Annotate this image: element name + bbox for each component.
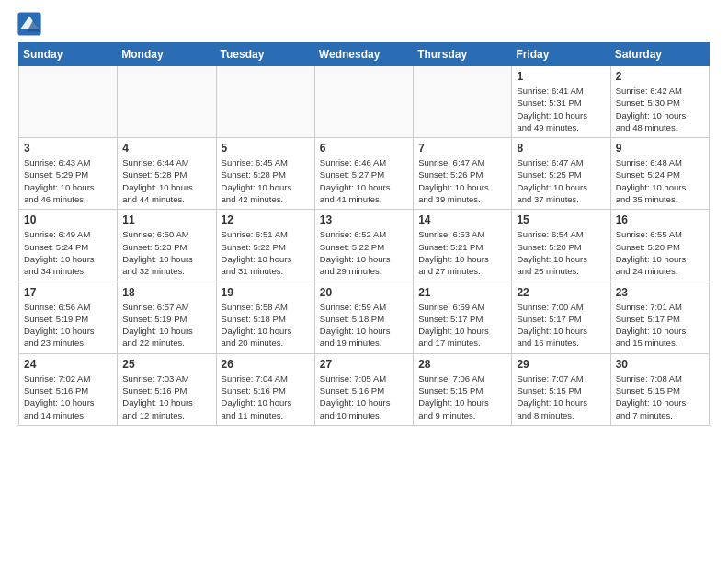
- calendar-cell: 20Sunrise: 6:59 AM Sunset: 5:18 PM Dayli…: [314, 282, 413, 353]
- calendar-cell: 16Sunrise: 6:55 AM Sunset: 5:20 PM Dayli…: [610, 210, 709, 282]
- calendar-cell: 27Sunrise: 7:05 AM Sunset: 5:16 PM Dayli…: [314, 353, 413, 425]
- day-number: 30: [616, 358, 704, 371]
- calendar-cell: [314, 66, 413, 138]
- weekday-wednesday: Wednesday: [314, 43, 413, 66]
- calendar-cell: 12Sunrise: 6:51 AM Sunset: 5:22 PM Dayli…: [216, 210, 314, 282]
- calendar-cell: 17Sunrise: 6:56 AM Sunset: 5:19 PM Dayli…: [19, 282, 118, 353]
- day-number: 14: [418, 213, 506, 226]
- day-number: 23: [616, 286, 704, 299]
- day-info: Sunrise: 6:45 AM Sunset: 5:28 PM Dayligh…: [222, 156, 310, 205]
- day-number: 11: [122, 213, 210, 226]
- day-number: 20: [320, 286, 408, 299]
- week-row-0: 1Sunrise: 6:41 AM Sunset: 5:31 PM Daylig…: [19, 66, 710, 138]
- calendar-cell: [414, 66, 512, 138]
- calendar-cell: 14Sunrise: 6:53 AM Sunset: 5:21 PM Dayli…: [414, 210, 512, 282]
- calendar-cell: 21Sunrise: 6:59 AM Sunset: 5:17 PM Dayli…: [414, 282, 512, 353]
- day-number: 1: [517, 70, 605, 83]
- calendar-cell: 6Sunrise: 6:46 AM Sunset: 5:27 PM Daylig…: [314, 138, 413, 210]
- day-info: Sunrise: 7:07 AM Sunset: 5:15 PM Dayligh…: [517, 373, 605, 421]
- day-number: 5: [222, 142, 310, 155]
- logo-icon: [17, 11, 42, 37]
- calendar-cell: 2Sunrise: 6:42 AM Sunset: 5:30 PM Daylig…: [610, 66, 709, 138]
- day-number: 24: [24, 358, 112, 371]
- day-number: 10: [24, 213, 112, 226]
- day-number: 13: [320, 213, 408, 226]
- day-info: Sunrise: 6:48 AM Sunset: 5:24 PM Dayligh…: [616, 156, 704, 205]
- day-info: Sunrise: 6:58 AM Sunset: 5:18 PM Dayligh…: [222, 301, 310, 350]
- day-number: 3: [24, 142, 112, 155]
- day-info: Sunrise: 6:44 AM Sunset: 5:28 PM Dayligh…: [122, 156, 210, 205]
- week-row-3: 17Sunrise: 6:56 AM Sunset: 5:19 PM Dayli…: [19, 282, 710, 353]
- weekday-header-row: SundayMondayTuesdayWednesdayThursdayFrid…: [19, 43, 710, 66]
- day-number: 6: [320, 142, 408, 155]
- calendar-cell: 19Sunrise: 6:58 AM Sunset: 5:18 PM Dayli…: [216, 282, 314, 353]
- day-number: 28: [418, 358, 506, 371]
- calendar-cell: 10Sunrise: 6:49 AM Sunset: 5:24 PM Dayli…: [19, 210, 118, 282]
- day-info: Sunrise: 7:06 AM Sunset: 5:15 PM Dayligh…: [418, 373, 506, 421]
- logo: [17, 11, 46, 37]
- day-number: 27: [320, 358, 408, 371]
- day-number: 2: [616, 70, 704, 83]
- calendar-cell: 3Sunrise: 6:43 AM Sunset: 5:29 PM Daylig…: [19, 138, 118, 210]
- calendar-cell: 8Sunrise: 6:47 AM Sunset: 5:25 PM Daylig…: [512, 138, 610, 210]
- calendar-cell: 7Sunrise: 6:47 AM Sunset: 5:26 PM Daylig…: [414, 138, 512, 210]
- day-info: Sunrise: 7:08 AM Sunset: 5:15 PM Dayligh…: [616, 373, 704, 421]
- calendar-cell: 24Sunrise: 7:02 AM Sunset: 5:16 PM Dayli…: [19, 353, 118, 425]
- day-info: Sunrise: 6:47 AM Sunset: 5:25 PM Dayligh…: [517, 156, 605, 205]
- day-info: Sunrise: 7:03 AM Sunset: 5:16 PM Dayligh…: [122, 373, 210, 421]
- week-row-1: 3Sunrise: 6:43 AM Sunset: 5:29 PM Daylig…: [19, 138, 710, 210]
- day-number: 21: [418, 286, 506, 299]
- week-row-2: 10Sunrise: 6:49 AM Sunset: 5:24 PM Dayli…: [19, 210, 710, 282]
- calendar-cell: 28Sunrise: 7:06 AM Sunset: 5:15 PM Dayli…: [414, 353, 512, 425]
- weekday-thursday: Thursday: [414, 43, 512, 66]
- day-number: 25: [122, 358, 210, 371]
- day-number: 12: [222, 213, 310, 226]
- calendar-cell: 11Sunrise: 6:50 AM Sunset: 5:23 PM Dayli…: [118, 210, 216, 282]
- weekday-tuesday: Tuesday: [216, 43, 314, 66]
- day-info: Sunrise: 6:51 AM Sunset: 5:22 PM Dayligh…: [222, 228, 310, 277]
- calendar-cell: 25Sunrise: 7:03 AM Sunset: 5:16 PM Dayli…: [118, 353, 216, 425]
- day-number: 15: [517, 213, 605, 226]
- day-info: Sunrise: 6:52 AM Sunset: 5:22 PM Dayligh…: [320, 228, 408, 277]
- calendar-cell: 1Sunrise: 6:41 AM Sunset: 5:31 PM Daylig…: [512, 66, 610, 138]
- day-number: 18: [122, 286, 210, 299]
- day-info: Sunrise: 6:54 AM Sunset: 5:20 PM Dayligh…: [517, 228, 605, 277]
- calendar-cell: 9Sunrise: 6:48 AM Sunset: 5:24 PM Daylig…: [610, 138, 709, 210]
- calendar-cell: 29Sunrise: 7:07 AM Sunset: 5:15 PM Dayli…: [512, 353, 610, 425]
- calendar-cell: 5Sunrise: 6:45 AM Sunset: 5:28 PM Daylig…: [216, 138, 314, 210]
- calendar-table: SundayMondayTuesdayWednesdayThursdayFrid…: [18, 42, 710, 426]
- day-number: 22: [517, 286, 605, 299]
- header: [0, 0, 728, 42]
- day-info: Sunrise: 7:04 AM Sunset: 5:16 PM Dayligh…: [222, 373, 310, 421]
- calendar-wrapper: SundayMondayTuesdayWednesdayThursdayFrid…: [0, 42, 728, 435]
- weekday-sunday: Sunday: [19, 43, 118, 66]
- weekday-friday: Friday: [512, 43, 610, 66]
- calendar-cell: 22Sunrise: 7:00 AM Sunset: 5:17 PM Dayli…: [512, 282, 610, 353]
- calendar-cell: 15Sunrise: 6:54 AM Sunset: 5:20 PM Dayli…: [512, 210, 610, 282]
- day-number: 9: [616, 142, 704, 155]
- day-number: 29: [517, 358, 605, 371]
- day-info: Sunrise: 6:47 AM Sunset: 5:26 PM Dayligh…: [418, 156, 506, 205]
- day-info: Sunrise: 6:53 AM Sunset: 5:21 PM Dayligh…: [418, 228, 506, 277]
- day-number: 19: [222, 286, 310, 299]
- day-number: 26: [222, 358, 310, 371]
- day-number: 4: [122, 142, 210, 155]
- day-info: Sunrise: 6:55 AM Sunset: 5:20 PM Dayligh…: [616, 228, 704, 277]
- day-number: 16: [616, 213, 704, 226]
- day-info: Sunrise: 6:56 AM Sunset: 5:19 PM Dayligh…: [24, 301, 112, 350]
- week-row-4: 24Sunrise: 7:02 AM Sunset: 5:16 PM Dayli…: [19, 353, 710, 425]
- day-info: Sunrise: 6:42 AM Sunset: 5:30 PM Dayligh…: [616, 85, 704, 133]
- day-info: Sunrise: 7:05 AM Sunset: 5:16 PM Dayligh…: [320, 373, 408, 421]
- weekday-monday: Monday: [118, 43, 216, 66]
- day-number: 17: [24, 286, 112, 299]
- calendar-cell: 13Sunrise: 6:52 AM Sunset: 5:22 PM Dayli…: [314, 210, 413, 282]
- day-info: Sunrise: 6:43 AM Sunset: 5:29 PM Dayligh…: [24, 156, 112, 205]
- calendar-cell: [216, 66, 314, 138]
- calendar-cell: 4Sunrise: 6:44 AM Sunset: 5:28 PM Daylig…: [118, 138, 216, 210]
- calendar-cell: [118, 66, 216, 138]
- day-info: Sunrise: 6:59 AM Sunset: 5:17 PM Dayligh…: [418, 301, 506, 350]
- day-info: Sunrise: 6:50 AM Sunset: 5:23 PM Dayligh…: [122, 228, 210, 277]
- calendar-cell: 18Sunrise: 6:57 AM Sunset: 5:19 PM Dayli…: [118, 282, 216, 353]
- day-info: Sunrise: 7:00 AM Sunset: 5:17 PM Dayligh…: [517, 301, 605, 350]
- day-info: Sunrise: 6:57 AM Sunset: 5:19 PM Dayligh…: [122, 301, 210, 350]
